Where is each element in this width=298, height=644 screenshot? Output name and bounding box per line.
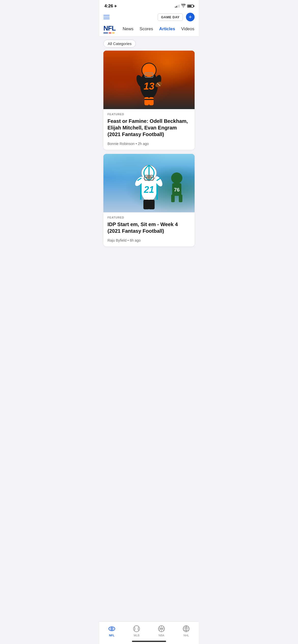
article-image-1: 13 xyxy=(103,51,195,109)
svg-rect-12 xyxy=(144,99,149,100)
article-content-1: FEATURED Feast or Famine: Odell Beckham,… xyxy=(103,109,195,150)
article-tag-1: FEATURED xyxy=(107,113,191,116)
article-card[interactable]: 21 xyxy=(103,154,195,246)
article-title-1: Feast or Famine: Odell Beckham, Elijah M… xyxy=(107,118,191,138)
nav-tabs: NFL News Scores Articles Videos xyxy=(99,24,199,37)
article-image-2: 21 xyxy=(103,154,195,212)
article-dot-1: • xyxy=(136,142,138,146)
tab-videos[interactable]: Videos xyxy=(178,25,197,33)
article-meta-1: Bonnie Robinson • 2h ago xyxy=(107,142,191,146)
location-icon: ✈ xyxy=(114,4,117,8)
hamburger-menu-icon[interactable] xyxy=(103,15,110,19)
article-meta-2: Raju Byfield • 6h ago xyxy=(107,238,191,242)
article-time-1: 2h ago xyxy=(138,142,149,146)
article-title-2: IDP Start em, Sit em - Week 4 (2021 Fant… xyxy=(107,221,191,234)
status-icons xyxy=(175,4,194,8)
svg-rect-34 xyxy=(179,195,182,202)
wifi-icon xyxy=(181,4,186,8)
nfl-logo-text: NFL xyxy=(103,24,116,32)
top-bar: GAME DAY + xyxy=(99,11,199,24)
articles-list: 13 xyxy=(99,51,199,246)
article-content-2: FEATURED IDP Start em, Sit em - Week 4 (… xyxy=(103,212,195,246)
svg-rect-13 xyxy=(149,99,154,100)
game-day-button[interactable]: GAME DAY xyxy=(158,13,183,21)
svg-point-23 xyxy=(146,175,152,180)
svg-text:76: 76 xyxy=(174,187,180,193)
category-bar: All Categories xyxy=(99,37,199,51)
status-bar: 4:26 ✈ xyxy=(99,0,199,11)
svg-text:21: 21 xyxy=(144,184,154,195)
article-card[interactable]: 13 xyxy=(103,51,195,150)
nfl-logo[interactable]: NFL xyxy=(103,24,116,33)
svg-rect-29 xyxy=(148,200,155,209)
article-author-2: Raju Byfield xyxy=(107,238,127,242)
add-button[interactable]: + xyxy=(186,13,195,21)
signal-icon xyxy=(175,5,180,8)
battery-icon xyxy=(187,5,194,8)
svg-rect-10 xyxy=(144,97,149,105)
tab-articles[interactable]: Articles xyxy=(156,25,178,33)
svg-text:13: 13 xyxy=(144,81,154,92)
all-categories-filter[interactable]: All Categories xyxy=(103,40,136,48)
tab-news[interactable]: News xyxy=(120,25,137,33)
tab-scores[interactable]: Scores xyxy=(137,25,156,33)
svg-point-30 xyxy=(171,172,182,184)
article-author-1: Bonnie Robinson xyxy=(107,142,135,146)
article-tag-2: FEATURED xyxy=(107,216,191,219)
svg-rect-11 xyxy=(149,97,154,105)
article-time-2: 6h ago xyxy=(130,238,141,242)
status-time: 4:26 xyxy=(104,4,113,9)
